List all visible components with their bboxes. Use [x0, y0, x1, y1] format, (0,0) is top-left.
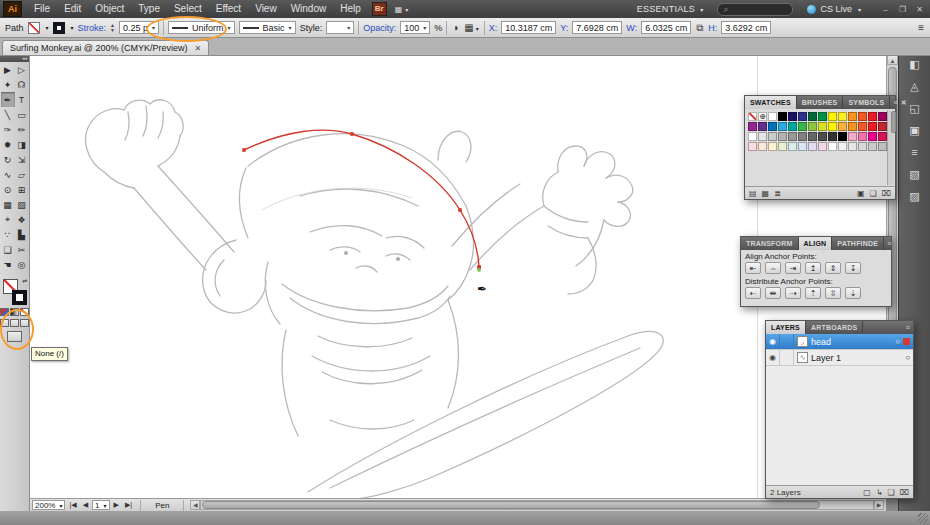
swatch[interactable] [808, 122, 817, 131]
new-layer-icon[interactable]: ❏ [888, 488, 895, 497]
delete-swatch-icon[interactable]: ⌧ [882, 189, 891, 198]
menu-help[interactable]: Help [333, 0, 368, 18]
style-select[interactable]: ▾ [326, 21, 354, 34]
tab-brushes[interactable]: BRUSHES [797, 96, 844, 109]
stroke-color-swatch[interactable] [53, 22, 65, 34]
swatch[interactable] [868, 112, 877, 121]
swatch[interactable] [818, 142, 827, 151]
workspace-switcher[interactable]: ESSENTIALS▾ [637, 4, 704, 14]
w-label[interactable]: W: [626, 23, 637, 33]
panel-menu-icon[interactable]: ≡ [906, 324, 910, 331]
swatch[interactable] [798, 112, 807, 121]
menu-edit[interactable]: Edit [57, 0, 88, 18]
swatch[interactable] [848, 132, 857, 141]
artboard-select[interactable]: 1▾ [92, 500, 109, 510]
hand-tool[interactable]: ☚ [1, 257, 15, 272]
menu-object[interactable]: Object [88, 0, 131, 18]
h-field[interactable]: 3.6292 cm [721, 21, 771, 34]
lock-toggle[interactable] [780, 334, 794, 349]
menu-type[interactable]: Type [131, 0, 167, 18]
swatch[interactable] [838, 122, 847, 131]
stroke-panel-icon[interactable]: ≡ [904, 142, 926, 162]
swatch[interactable] [878, 112, 887, 121]
new-color-group-icon[interactable]: ▣ [857, 189, 865, 198]
draw-normal-button[interactable] [0, 319, 9, 327]
tab-align[interactable]: ALIGN [799, 237, 833, 250]
make-clipping-mask-icon[interactable]: ▢ [863, 488, 871, 497]
distribute-anchor-button-2[interactable]: ⇢ [785, 287, 801, 299]
distribute-anchor-button-0[interactable]: ⇠ [745, 287, 761, 299]
width-tool[interactable]: ∿ [1, 167, 15, 182]
lock-toggle[interactable] [780, 350, 794, 365]
chevron-down-icon[interactable]: ▾ [46, 24, 49, 31]
toolbar-collapse-icon[interactable]: ◂◂ [0, 55, 29, 62]
swatches-scrollbar[interactable] [887, 110, 894, 185]
swatch[interactable] [798, 132, 807, 141]
align-anchor-button-0[interactable]: ⇤ [745, 262, 761, 274]
h-label[interactable]: H: [708, 23, 717, 33]
align-anchor-button-4[interactable]: ⇕ [825, 262, 841, 274]
swatch[interactable] [848, 142, 857, 151]
layer-row[interactable]: ◉∿Layer 1○ [766, 350, 913, 366]
menu-effect[interactable]: Effect [209, 0, 248, 18]
zoom-tool[interactable]: ◎ [15, 257, 29, 272]
shape-builder-tool[interactable]: ⊙ [1, 182, 15, 197]
align-anchor-button-2[interactable]: ⇥ [785, 262, 801, 274]
draw-behind-button[interactable] [10, 319, 19, 327]
close-document-icon[interactable]: ✕ [195, 44, 202, 53]
layer-name[interactable]: head [811, 337, 895, 347]
menu-file[interactable]: File [27, 0, 57, 18]
document-tab[interactable]: Surfing Monkey.ai @ 200% (CMYK/Preview) … [2, 40, 209, 55]
bridge-icon[interactable]: Br [372, 2, 387, 16]
menu-window[interactable]: Window [284, 0, 334, 18]
layer-target-icon[interactable]: ○ [895, 337, 900, 346]
pencil-tool[interactable]: ✏ [15, 122, 29, 137]
swatch[interactable] [878, 142, 887, 151]
swatch[interactable] [798, 142, 807, 151]
swatch[interactable] [758, 142, 767, 151]
y-field[interactable]: 7.6928 cm [572, 21, 622, 34]
recolor-artwork-icon[interactable]: ◑ [451, 22, 459, 33]
swatch[interactable] [798, 122, 807, 131]
delete-layer-icon[interactable]: ⌧ [900, 488, 909, 497]
artboard-tool[interactable]: ❑ [1, 242, 15, 257]
distribute-anchor-button-4[interactable]: ⇳ [825, 287, 841, 299]
direct-selection-tool[interactable]: ▷ [15, 62, 29, 77]
mesh-tool[interactable]: ▦ [1, 197, 15, 212]
layer-target-icon[interactable]: ○ [905, 353, 910, 362]
swatch[interactable] [838, 132, 847, 141]
symbol-sprayer-tool[interactable]: ∵ [1, 227, 15, 242]
swatch[interactable] [758, 132, 767, 141]
swatch[interactable] [868, 132, 877, 141]
swatch[interactable] [768, 122, 777, 131]
app-logo-icon[interactable]: Ai [3, 1, 22, 17]
width-profile-select[interactable]: Uniform▾ [168, 21, 235, 34]
swatch[interactable] [788, 142, 797, 151]
align-anchor-button-5[interactable]: ↧ [845, 262, 861, 274]
swatch[interactable] [848, 122, 857, 131]
blend-tool[interactable]: ❖ [15, 212, 29, 227]
chevron-down-icon[interactable]: ▾ [71, 24, 74, 31]
swatch[interactable] [788, 112, 797, 121]
tab-pathfinder[interactable]: PATHFINDE [832, 237, 884, 250]
none-button[interactable] [20, 308, 29, 316]
swatch[interactable] [768, 132, 777, 141]
search-input[interactable]: ⌕ [717, 3, 793, 16]
gradient-tool[interactable]: ▧ [15, 197, 29, 212]
horizontal-scroll-thumb[interactable] [202, 501, 820, 509]
transparency-panel-icon[interactable]: ▨ [904, 186, 926, 206]
new-swatch-icon[interactable]: ❏ [870, 189, 877, 198]
control-panel-menu-icon[interactable]: ≡ [917, 22, 925, 33]
selection-tool[interactable]: ▶ [1, 62, 15, 77]
arrange-documents-icon[interactable]: ▦▾ [395, 5, 409, 14]
new-sublayer-icon[interactable]: ↳ [876, 488, 883, 497]
scroll-left-icon[interactable]: ◀ [190, 500, 200, 510]
swatch[interactable]: ⊕ [758, 112, 767, 121]
swatch[interactable] [818, 122, 827, 131]
first-artboard-button[interactable]: |◀ [67, 501, 78, 509]
free-transform-tool[interactable]: ▱ [15, 167, 29, 182]
paintbrush-tool[interactable]: ✑ [1, 122, 15, 137]
magic-wand-tool[interactable]: ✦ [1, 77, 15, 92]
close-button[interactable]: ✕ [913, 5, 926, 14]
blob-brush-tool[interactable]: ✹ [1, 137, 15, 152]
